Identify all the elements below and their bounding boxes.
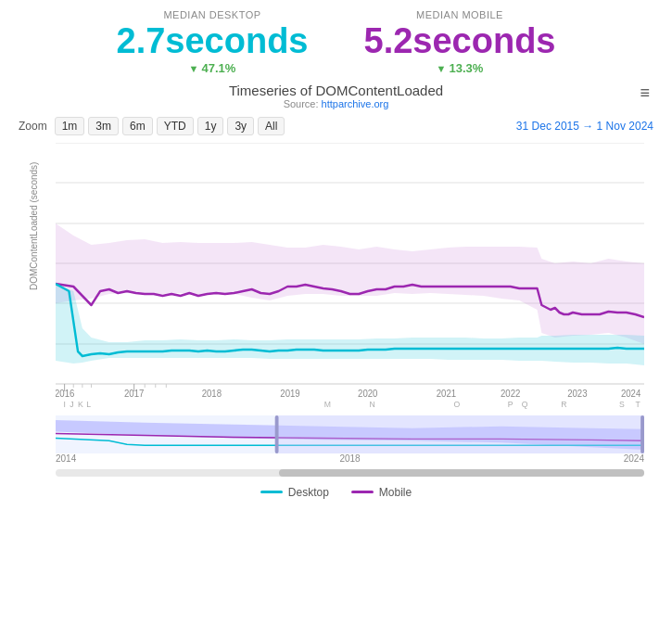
desktop-legend-item: Desktop (260, 486, 329, 499)
chart-legend: Desktop Mobile (0, 486, 672, 499)
svg-text:2024: 2024 (621, 389, 641, 399)
svg-text:2022: 2022 (501, 389, 520, 399)
zoom-1m[interactable]: 1m (55, 117, 85, 135)
zoom-3y[interactable]: 3y (227, 117, 254, 135)
mobile-change: 13.3% (364, 61, 556, 75)
svg-text:2023: 2023 (567, 389, 588, 399)
mobile-value: 5.2seconds (364, 22, 556, 61)
date-range: 31 Dec 2015 → 1 Nov 2024 (516, 120, 653, 133)
y-axis-label: DOMContentLoaded (seconds) (29, 264, 39, 290)
hamburger-button[interactable]: ≡ (636, 83, 653, 103)
zoom-3m[interactable]: 3m (88, 117, 119, 135)
desktop-legend-label: Desktop (288, 486, 329, 499)
svg-text:S: S (619, 400, 625, 409)
scrollbar-thumb[interactable] (279, 469, 644, 477)
zoom-1y[interactable]: 1y (197, 117, 224, 135)
svg-rect-47 (277, 415, 644, 453)
svg-text:O: O (454, 400, 461, 409)
mobile-label: MEDIAN MOBILE (364, 9, 556, 20)
source-link[interactable]: httparchive.org (322, 98, 389, 109)
svg-rect-49 (640, 415, 644, 453)
main-chart-svg: 12 10 8 6 4 2 (56, 143, 644, 412)
desktop-value: 2.7seconds (117, 22, 309, 61)
zoom-label: Zoom (19, 120, 47, 133)
mobile-metric: MEDIAN MOBILE 5.2seconds 13.3% (364, 9, 556, 75)
svg-text:P: P (508, 400, 514, 409)
svg-text:M: M (324, 400, 331, 409)
mobile-legend-item: Mobile (351, 486, 412, 499)
svg-text:R: R (561, 400, 566, 409)
metrics-header: MEDIAN DESKTOP 2.7seconds 47.1% MEDIAN M… (0, 0, 672, 75)
svg-marker-14 (56, 223, 644, 344)
mobile-legend-line (351, 491, 374, 493)
svg-text:2018: 2018 (202, 389, 222, 399)
zoom-bar: Zoom 1m 3m 6m YTD 1y 3y All 31 Dec 2015 … (0, 109, 672, 143)
svg-text:L: L (86, 400, 91, 409)
desktop-metric: MEDIAN DESKTOP 2.7seconds 47.1% (117, 9, 309, 75)
svg-text:K: K (78, 400, 83, 409)
overview-chart (56, 415, 644, 453)
main-chart-area: DOMContentLoaded (seconds) 12 10 8 6 (19, 143, 653, 412)
chart-title-area: Timeseries of DOMContentLoaded Source: h… (0, 83, 672, 109)
zoom-all[interactable]: All (258, 117, 285, 135)
desktop-legend-line (260, 491, 283, 493)
svg-text:I: I (63, 400, 65, 409)
svg-text:Q: Q (522, 400, 528, 409)
svg-text:2016: 2016 (56, 389, 75, 399)
svg-rect-48 (275, 415, 279, 453)
svg-text:T: T (636, 400, 641, 409)
mobile-legend-label: Mobile (379, 486, 412, 499)
svg-text:2019: 2019 (280, 389, 299, 399)
svg-text:2020: 2020 (358, 389, 378, 399)
chart-source: Source: httparchive.org (0, 98, 672, 109)
zoom-6m[interactable]: 6m (122, 117, 153, 135)
desktop-label: MEDIAN DESKTOP (117, 9, 309, 20)
overview-x-axis: 2014 2018 2024 (56, 453, 644, 466)
chart-title: Timeseries of DOMContentLoaded (0, 83, 672, 98)
svg-text:J: J (70, 400, 73, 409)
overview-area: 2014 2018 2024 (19, 415, 653, 466)
desktop-change: 47.1% (117, 61, 309, 75)
svg-text:2021: 2021 (437, 389, 456, 399)
scrollbar[interactable] (56, 469, 644, 477)
zoom-ytd[interactable]: YTD (157, 117, 194, 135)
svg-text:N: N (369, 400, 374, 409)
